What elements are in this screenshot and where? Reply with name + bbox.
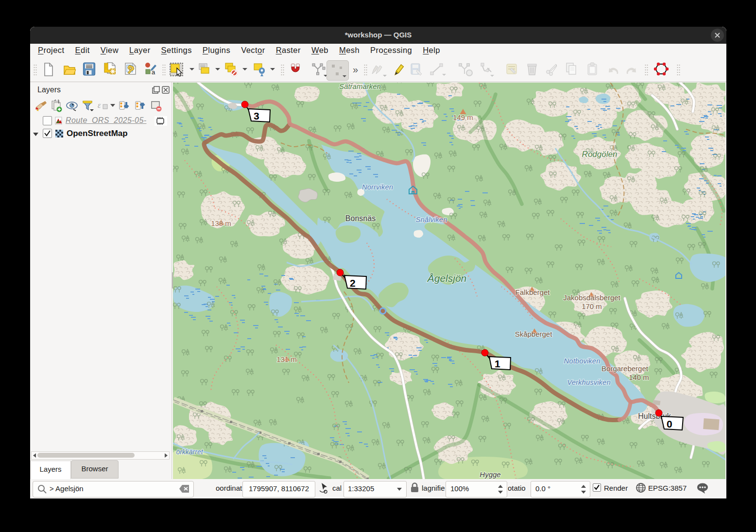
svg-text:Skåpberget: Skåpberget	[515, 330, 553, 338]
svg-text:170 m: 170 m	[582, 302, 602, 310]
svg-text:Borgareberget: Borgareberget	[601, 364, 649, 373]
svg-text:Falkberget: Falkberget	[515, 288, 550, 296]
svg-text:0: 0	[667, 418, 672, 429]
svg-text:Bonsnäs: Bonsnäs	[345, 214, 376, 223]
svg-text:Sätramarken: Sätramarken	[339, 83, 381, 90]
svg-text:1: 1	[495, 358, 500, 369]
svg-text:3: 3	[254, 110, 259, 121]
svg-text:Jakobsdalsberget: Jakobsdalsberget	[563, 293, 620, 302]
svg-text:örkkärret: örkkärret	[176, 448, 203, 456]
svg-text:Hygge: Hygge	[480, 470, 500, 479]
svg-text:ε: ε	[98, 101, 101, 109]
svg-text:Snålviken: Snålviken	[415, 215, 447, 223]
svg-text:Ågelsjön: Ågelsjön	[427, 273, 467, 284]
svg-text:Norrviken: Norrviken	[362, 183, 393, 191]
svg-text:a: a	[152, 69, 155, 76]
svg-text:Verkhusviken: Verkhusviken	[567, 378, 611, 386]
svg-text:131 m: 131 m	[276, 355, 297, 363]
svg-text:140 m: 140 m	[629, 373, 649, 381]
svg-text:149 m: 149 m	[453, 113, 473, 121]
svg-text:138 m: 138 m	[211, 219, 231, 227]
svg-text:»: »	[353, 64, 358, 75]
svg-text:2: 2	[350, 277, 356, 289]
svg-text:Rödgölen: Rödgölen	[582, 150, 618, 159]
svg-text:Notboviken: Notboviken	[564, 357, 600, 365]
